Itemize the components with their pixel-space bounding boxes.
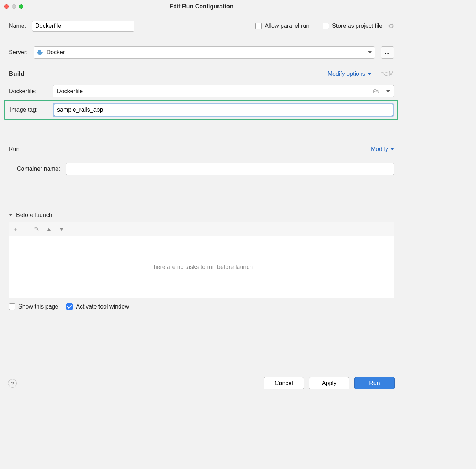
allow-parallel-box[interactable] xyxy=(255,23,262,29)
show-page-label: Show this page xyxy=(18,303,58,310)
name-input[interactable] xyxy=(32,21,134,32)
apply-button[interactable]: Apply xyxy=(309,377,349,389)
chevron-down-icon xyxy=(368,73,371,75)
build-header: Build xyxy=(9,70,25,78)
store-project-box[interactable] xyxy=(323,23,329,29)
edit-icon[interactable]: ✎ xyxy=(34,225,39,233)
modify-run-link[interactable]: Modify xyxy=(371,146,394,152)
before-launch-header: Before launch xyxy=(16,212,52,218)
dockerfile-value: Dockerfile xyxy=(53,88,371,95)
folder-icon[interactable]: 🗁 xyxy=(371,88,382,95)
store-project-label: Store as project file xyxy=(332,23,382,29)
image-tag-label: Image tag: xyxy=(10,107,48,113)
expand-icon[interactable] xyxy=(9,214,12,216)
run-button[interactable]: Run xyxy=(354,377,395,389)
dockerfile-combo[interactable]: Dockerfile 🗁 xyxy=(53,85,394,97)
server-browse-button[interactable]: ... xyxy=(381,46,394,59)
before-launch-panel: There are no tasks to run before launch xyxy=(9,236,394,298)
chevron-down-icon[interactable] xyxy=(382,85,394,97)
modify-options-shortcut: ⌥M xyxy=(381,70,394,78)
window-title: Edit Run Configuration xyxy=(0,3,403,10)
down-icon[interactable]: ▼ xyxy=(59,226,65,233)
dockerfile-label: Dockerfile: xyxy=(9,88,47,95)
before-launch-toolbar: + − ✎ ▲ ▼ xyxy=(9,222,394,236)
allow-parallel-checkbox[interactable]: Allow parallel run xyxy=(255,23,309,29)
remove-icon[interactable]: − xyxy=(24,226,27,233)
before-launch-empty: There are no tasks to run before launch xyxy=(150,264,253,270)
gear-icon[interactable]: ⚙ xyxy=(388,22,394,30)
show-page-box[interactable] xyxy=(9,303,15,310)
titlebar: Edit Run Configuration xyxy=(0,0,403,13)
run-header: Run xyxy=(9,146,19,152)
image-tag-input[interactable] xyxy=(54,104,393,116)
help-button[interactable]: ? xyxy=(8,379,17,388)
server-label: Server: xyxy=(9,49,28,56)
add-icon[interactable]: + xyxy=(14,226,17,233)
store-project-checkbox[interactable]: Store as project file xyxy=(323,23,382,29)
modify-options-link[interactable]: Modify options xyxy=(328,71,371,77)
chevron-down-icon xyxy=(368,51,372,53)
up-icon[interactable]: ▲ xyxy=(46,226,52,233)
image-tag-row: Image tag: xyxy=(4,100,398,120)
container-name-input[interactable] xyxy=(66,163,394,175)
server-value: Docker xyxy=(47,49,65,56)
cancel-button[interactable]: Cancel xyxy=(264,377,304,389)
allow-parallel-label: Allow parallel run xyxy=(265,23,309,29)
chevron-down-icon xyxy=(390,148,394,150)
activate-checkbox[interactable]: Activate tool window xyxy=(66,303,129,310)
docker-icon xyxy=(37,50,43,55)
show-page-checkbox[interactable]: Show this page xyxy=(9,303,58,310)
server-combo[interactable]: Docker xyxy=(34,46,375,59)
container-name-label: Container name: xyxy=(17,166,60,172)
activate-label: Activate tool window xyxy=(76,303,129,310)
name-label: Name: xyxy=(9,23,26,29)
activate-box[interactable] xyxy=(66,303,73,310)
